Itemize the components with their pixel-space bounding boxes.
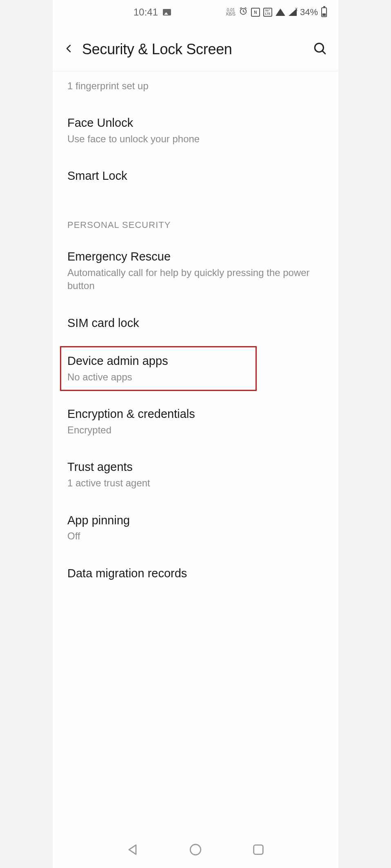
back-icon[interactable]	[64, 42, 74, 57]
setting-title: Data migration records	[67, 566, 324, 581]
setting-subtitle: Encrypted	[67, 424, 324, 437]
battery-percent: 34%	[300, 7, 318, 18]
setting-title: Trust agents	[67, 459, 324, 475]
alarm-icon	[239, 7, 248, 18]
navigation-bar	[53, 833, 338, 868]
wifi-icon	[275, 9, 285, 16]
battery-icon	[321, 7, 327, 17]
svg-marker-3	[129, 845, 136, 855]
setting-title: Face Unlock	[67, 115, 324, 131]
app-bar: Security & Lock Screen	[53, 24, 338, 71]
setting-title: Emergency Rescue	[67, 249, 324, 265]
settings-list: 1 fingerprint set up Face Unlock Use fac…	[53, 71, 338, 833]
setting-subtitle: Off	[67, 530, 324, 543]
setting-device-admin-apps[interactable]: Device admin apps No active apps	[53, 342, 338, 395]
setting-title: Encryption & credentials	[67, 406, 324, 422]
svg-line-2	[322, 51, 325, 54]
volte-icon: Vo"LTE	[263, 8, 272, 17]
setting-title: App pinning	[67, 513, 324, 528]
setting-subtitle: No active apps	[67, 371, 324, 384]
setting-encryption-credentials[interactable]: Encryption & credentials Encrypted	[53, 395, 338, 448]
status-clock: 10:41	[133, 7, 158, 18]
setting-sim-card-lock[interactable]: SIM card lock	[53, 304, 338, 342]
setting-title: SIM card lock	[67, 316, 324, 331]
setting-face-unlock[interactable]: Face Unlock Use face to unlock your phon…	[53, 104, 338, 157]
setting-fingerprint[interactable]: 1 fingerprint set up	[53, 71, 338, 104]
picture-icon	[163, 9, 171, 15]
nfc-icon: N	[251, 8, 260, 17]
signal-icon: x	[289, 9, 297, 16]
network-speed: 0.01 KB/S	[226, 8, 235, 16]
setting-subtitle: Automatically call for help by quickly p…	[67, 266, 324, 293]
svg-rect-5	[253, 845, 263, 855]
setting-subtitle: 1 active trust agent	[67, 477, 324, 490]
setting-title: Smart Lock	[67, 168, 324, 184]
setting-trust-agents[interactable]: Trust agents 1 active trust agent	[53, 448, 338, 501]
setting-subtitle: 1 fingerprint set up	[67, 80, 324, 93]
setting-data-migration-records[interactable]: Data migration records	[53, 554, 338, 593]
nav-home-icon[interactable]	[189, 843, 202, 858]
section-header-personal-security: PERSONAL SECURITY	[53, 195, 338, 238]
status-bar: 10:41 0.01 KB/S N Vo"LTE x 34%	[53, 0, 338, 24]
setting-subtitle: Use face to unlock your phone	[67, 133, 324, 146]
svg-point-4	[190, 844, 201, 855]
nav-back-icon[interactable]	[126, 843, 140, 858]
setting-smart-lock[interactable]: Smart Lock	[53, 157, 338, 195]
page-title: Security & Lock Screen	[82, 41, 305, 58]
setting-title: Device admin apps	[67, 353, 324, 369]
setting-emergency-rescue[interactable]: Emergency Rescue Automatically call for …	[53, 238, 338, 304]
nav-recent-icon[interactable]	[251, 843, 265, 858]
search-icon[interactable]	[313, 42, 327, 57]
setting-app-pinning[interactable]: App pinning Off	[53, 501, 338, 554]
